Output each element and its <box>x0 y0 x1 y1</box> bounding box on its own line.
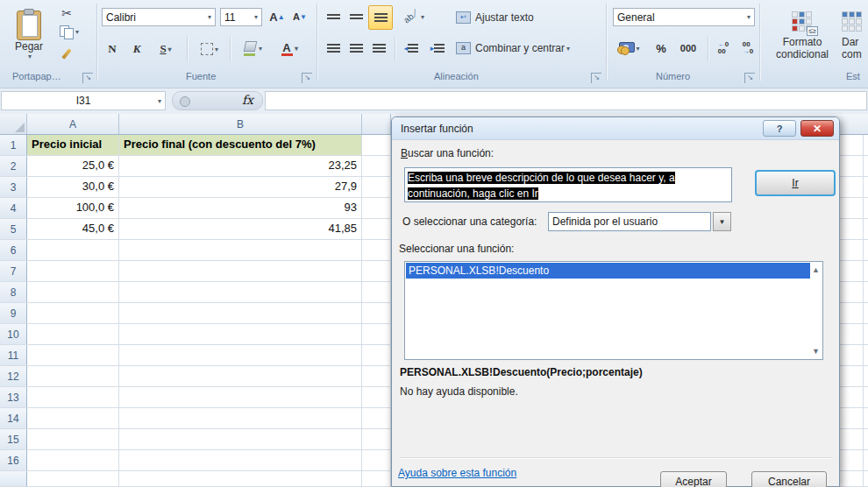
cell-C1[interactable] <box>362 135 391 155</box>
cell-B7[interactable] <box>119 261 362 281</box>
row-header-9[interactable]: 9 <box>0 303 27 323</box>
decrease-indent-button[interactable]: ◂ <box>400 39 423 58</box>
cell-B15[interactable] <box>119 429 362 449</box>
cell-B3[interactable]: 27,9 <box>119 177 362 197</box>
function-list-item-selected[interactable]: PERSONAL.XLSB!Descuento <box>406 263 810 279</box>
cell-C12[interactable] <box>362 366 391 386</box>
clipboard-dialog-launcher[interactable]: ↘ <box>82 73 93 83</box>
row-header-15[interactable]: 15 <box>0 429 27 449</box>
cell-C7[interactable] <box>362 261 391 281</box>
cell-A7[interactable] <box>27 261 119 281</box>
comma-style-button[interactable]: 000 <box>673 39 703 58</box>
shrink-font-button[interactable]: A▼ <box>289 7 310 26</box>
row-header-10[interactable]: 10 <box>0 324 27 344</box>
cell-C10[interactable] <box>362 324 391 344</box>
cell-C15[interactable] <box>362 429 391 449</box>
cell-C2[interactable] <box>362 156 391 176</box>
format-as-table-button[interactable]: Dar com <box>835 4 868 68</box>
row-header-16[interactable]: 16 <box>0 450 27 470</box>
search-function-input[interactable]: Escriba una breve descripción de lo que … <box>404 167 732 202</box>
cell-A10[interactable] <box>27 324 119 344</box>
cell-A17[interactable] <box>27 471 119 486</box>
percent-style-button[interactable]: % <box>651 39 672 58</box>
italic-button[interactable]: K <box>126 39 147 60</box>
cell-C4[interactable] <box>362 198 391 218</box>
cell-A1[interactable]: Precio inicial <box>27 135 119 155</box>
name-box[interactable]: I31 ▾ <box>1 91 166 110</box>
scroll-down-icon[interactable]: ▼ <box>812 347 820 356</box>
increase-indent-button[interactable]: ▸ <box>426 39 449 58</box>
function-listbox[interactable]: PERSONAL.XLSB!Descuento ▲ ▼ <box>404 261 823 360</box>
align-center-button[interactable] <box>345 39 366 58</box>
row-header-11[interactable]: 11 <box>0 345 27 365</box>
help-on-function-link[interactable]: Ayuda sobre esta función <box>398 467 516 479</box>
cell-C8[interactable] <box>362 282 391 302</box>
alignment-dialog-launcher[interactable]: ↘ <box>591 73 601 83</box>
cell-B4[interactable]: 93 <box>119 198 362 218</box>
row-header-14[interactable]: 14 <box>0 408 27 428</box>
cell-A5[interactable]: 45,0 € <box>27 219 119 239</box>
bold-button[interactable]: N <box>102 39 123 60</box>
cell-A13[interactable] <box>27 387 119 407</box>
column-header-C[interactable] <box>362 114 391 134</box>
align-middle-button[interactable] <box>345 7 366 26</box>
decrease-decimal-button[interactable]: 00→0 <box>736 39 759 58</box>
cell-A14[interactable] <box>27 408 119 428</box>
row-header-1[interactable]: 1 <box>0 135 27 155</box>
select-all-corner[interactable] <box>0 114 27 134</box>
category-dropdown-arrow[interactable]: ▼ <box>713 212 731 231</box>
row-header-6[interactable]: 6 <box>0 240 27 260</box>
paste-button[interactable]: Pegar ▾ <box>7 4 51 67</box>
cell-A16[interactable] <box>27 450 119 470</box>
row-header-17[interactable] <box>0 471 27 486</box>
row-header-13[interactable]: 13 <box>0 387 27 407</box>
font-dialog-launcher[interactable]: ↘ <box>302 73 312 83</box>
row-header-5[interactable]: 5 <box>0 219 27 239</box>
insert-function-fx-button[interactable]: fx <box>242 93 253 107</box>
accounting-format-button[interactable]: ▾ <box>612 37 645 60</box>
wrap-text-button[interactable]: ↩ Ajustar texto <box>456 9 587 26</box>
cell-B1[interactable]: Precio final (con descuento del 7%) <box>119 135 362 155</box>
cell-B16[interactable] <box>119 450 362 470</box>
formula-input[interactable] <box>265 91 867 110</box>
cell-C9[interactable] <box>362 303 391 323</box>
dialog-title-bar[interactable]: Insertar función ? ✕ <box>392 117 839 140</box>
fill-color-button[interactable]: ▾ <box>235 37 270 60</box>
category-dropdown[interactable]: Definida por el usuario <box>548 212 711 231</box>
cancel-button[interactable]: Cancelar <box>751 471 827 487</box>
font-size-combo[interactable]: 11 ▾ <box>220 8 262 26</box>
cell-B8[interactable] <box>119 282 362 302</box>
cell-B14[interactable] <box>119 408 362 428</box>
cell-B2[interactable]: 23,25 <box>119 156 362 176</box>
cell-B12[interactable] <box>119 366 362 386</box>
cell-A2[interactable]: 25,0 € <box>27 156 119 176</box>
number-dialog-launcher[interactable]: ↘ <box>744 73 755 83</box>
increase-decimal-button[interactable]: ←000 <box>712 39 735 58</box>
cell-B11[interactable] <box>119 345 362 365</box>
format-painter-button[interactable] <box>56 46 77 61</box>
row-header-7[interactable]: 7 <box>0 261 27 281</box>
cell-A6[interactable] <box>27 240 119 260</box>
orientation-button[interactable]: ab⟋ ▾ <box>399 7 429 26</box>
cell-A9[interactable] <box>27 303 119 323</box>
cell-C17[interactable] <box>362 471 391 486</box>
cell-C14[interactable] <box>362 408 391 428</box>
align-left-button[interactable] <box>323 39 344 58</box>
dialog-help-button[interactable]: ? <box>763 120 796 137</box>
font-color-button[interactable]: A ▾ <box>272 37 307 60</box>
grow-font-button[interactable]: A▲ <box>267 7 288 26</box>
conditional-formatting-button[interactable]: ≤≥ Formato condicional <box>775 4 829 68</box>
scroll-up-icon[interactable]: ▲ <box>812 265 820 274</box>
cell-C11[interactable] <box>362 345 391 365</box>
align-right-button[interactable] <box>368 39 389 58</box>
column-header-A[interactable]: A <box>27 114 119 134</box>
cell-B6[interactable] <box>119 240 362 260</box>
cell-C16[interactable] <box>362 450 391 470</box>
cell-A15[interactable] <box>27 429 119 449</box>
font-name-combo[interactable]: Calibri ▾ <box>102 8 216 26</box>
underline-button[interactable]: S ▾ <box>151 39 181 60</box>
align-bottom-button[interactable] <box>368 5 393 30</box>
copy-button[interactable]: ▾ <box>54 24 84 39</box>
merge-center-button[interactable]: a Combinar y centrar ▾ <box>456 39 603 57</box>
dialog-close-button[interactable]: ✕ <box>800 120 834 137</box>
